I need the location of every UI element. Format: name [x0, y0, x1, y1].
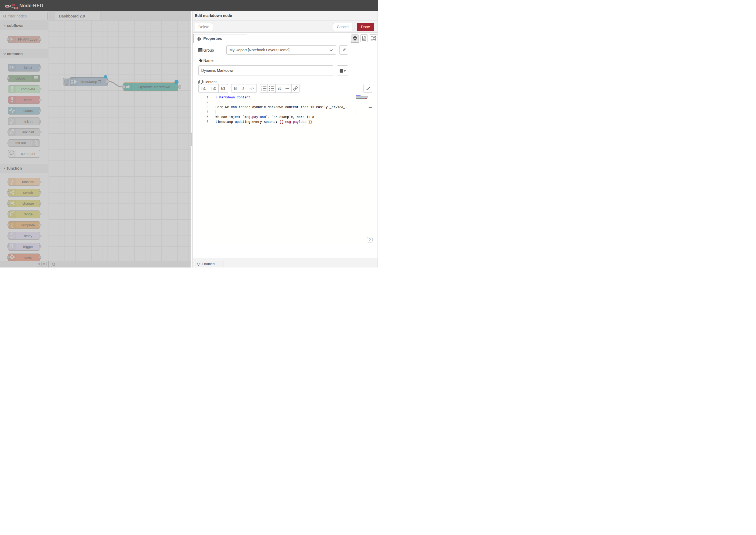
svg-text:3: 3 [261, 89, 262, 91]
